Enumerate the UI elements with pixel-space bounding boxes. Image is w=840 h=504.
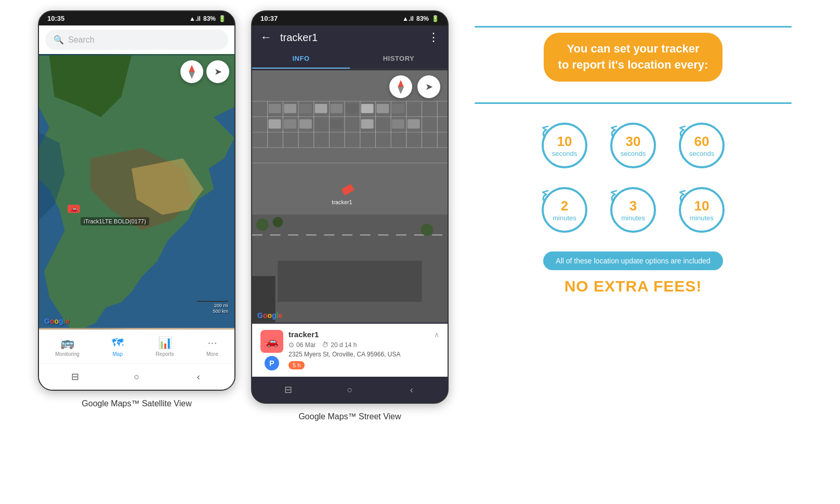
tracker-map[interactable]: tracker1 ➤ Google: [252, 69, 448, 324]
circle-wrap-3min: 3 minutes: [607, 184, 659, 236]
meta-date-text: 06 Mar: [296, 341, 316, 349]
tracker-label-map1: iTrack1LTE BOLD(0177): [81, 217, 149, 226]
circle-text-60sec: 60 seconds: [689, 133, 714, 157]
circle-unit-10sec: seconds: [552, 149, 577, 157]
svg-rect-21: [284, 104, 296, 113]
monitoring-icon: 🚌: [60, 336, 74, 350]
more-icon: ···: [207, 336, 217, 350]
circle-num-10min: 10: [690, 197, 714, 214]
circle-num-60sec: 60: [689, 133, 714, 149]
circle-2min: 2 minutes: [539, 184, 590, 236]
meta-duration: ⏱ 20 d 14 h: [322, 341, 357, 349]
info-divider: [475, 102, 792, 104]
parking-badge: P: [265, 356, 279, 370]
phone1-battery: 83%: [203, 15, 216, 22]
svg-rect-34: [392, 120, 404, 129]
tab-info[interactable]: INFO: [252, 49, 350, 69]
nav-monitoring[interactable]: 🚌 Monitoring: [51, 334, 84, 359]
phone2-caption: Google Maps™ Street View: [298, 412, 401, 421]
circle-10sec: 10 seconds: [539, 120, 590, 171]
circle-wrap-30sec: 30 seconds: [607, 120, 659, 171]
tab-bar: INFO HISTORY: [252, 49, 448, 69]
more-menu-button[interactable]: ⋮: [428, 31, 439, 44]
tracker-detail-info: tracker1 ∧ ⊙ 06 Mar ⏱ 20 d 14 h 2325 Mye…: [288, 330, 439, 369]
circle-unit-60sec: seconds: [689, 149, 714, 157]
phone2-battery: 83%: [416, 15, 429, 22]
info-banner: All of these location update options are…: [543, 251, 723, 270]
phone2-signal-icon: ▲.il: [402, 15, 414, 22]
svg-rect-20: [269, 104, 281, 113]
phone1-container: 10:35 ▲.il 83% 🔋 🔍 Search: [38, 10, 235, 408]
map-scale: 200 mi 500 km: [197, 301, 228, 315]
svg-point-40: [256, 219, 269, 231]
tracker-compass[interactable]: [389, 75, 412, 98]
phone1-signal-icon: ▲.il: [189, 15, 201, 22]
svg-rect-24: [330, 104, 343, 113]
circle-num-3min: 3: [621, 197, 645, 214]
nav-map[interactable]: 🗺 Map: [108, 334, 127, 359]
scale-text-mi: 200 mi: [214, 303, 228, 309]
phone2-time: 10:37: [260, 15, 278, 22]
android-back-btn[interactable]: ‹: [188, 369, 209, 384]
android2-back-btn[interactable]: ‹: [401, 382, 422, 397]
phone2-status-right: ▲.il 83% 🔋: [402, 15, 439, 22]
svg-rect-31: [299, 120, 312, 129]
phone1-frame: 10:35 ▲.il 83% 🔋 🔍 Search: [38, 10, 235, 391]
circle-num-30sec: 30: [621, 133, 646, 149]
phone1-time: 10:35: [47, 15, 64, 22]
android2-recent-btn[interactable]: ⊟: [278, 382, 298, 397]
circles-grid: 10 seconds 30 seconds: [539, 120, 728, 236]
svg-rect-28: [392, 104, 404, 113]
android-recent-btn[interactable]: ⊟: [64, 369, 85, 384]
parking-lot-svg: tracker1: [252, 69, 448, 324]
phone2-container: 10:37 ▲.il 83% 🔋 ← tracker1 ⋮ INFO HISTO…: [251, 10, 449, 421]
clock-icon: ⊙: [288, 341, 294, 349]
circle-unit-3min: minutes: [621, 214, 645, 222]
car-icon: 🚗: [68, 205, 80, 213]
meta-duration-text: 20 d 14 h: [331, 341, 357, 349]
phone2-frame: 10:37 ▲.il 83% 🔋 ← tracker1 ⋮ INFO HISTO…: [251, 10, 449, 404]
circle-unit-10min: minutes: [690, 214, 714, 222]
reports-icon: 📊: [158, 336, 172, 350]
phone2-status-bar: 10:37 ▲.il 83% 🔋: [252, 11, 448, 25]
svg-rect-23: [315, 104, 327, 113]
navigate-button[interactable]: ➤: [206, 60, 229, 83]
android-nav-1: ⊟ ○ ‹: [39, 363, 234, 390]
tracker-info-name: tracker1: [288, 330, 319, 339]
circle-unit-30sec: seconds: [621, 149, 646, 157]
circle-wrap-2min: 2 minutes: [539, 184, 590, 236]
compass-button[interactable]: [180, 60, 203, 83]
back-button[interactable]: ←: [260, 31, 272, 44]
landmass-svg: [39, 54, 234, 329]
satellite-map[interactable]: ➤ iTrack1LTE BOLD(0177) 🚗 Google 200: [39, 54, 234, 329]
phone2-battery-icon: 🔋: [431, 15, 439, 22]
android-home-btn[interactable]: ○: [126, 369, 147, 384]
tab-history[interactable]: HISTORY: [350, 49, 448, 69]
svg-rect-35: [408, 120, 420, 129]
circle-text-3min: 3 minutes: [621, 197, 645, 222]
tracker-navigate-button[interactable]: ➤: [417, 75, 440, 98]
no-fees-label: NO EXTRA FEES!: [565, 277, 702, 295]
map-icon: 🗺: [112, 336, 123, 350]
tracker-address: 2325 Myers St, Oroville, CA 95966, USA: [288, 351, 439, 358]
search-input-wrap[interactable]: 🔍 Search: [45, 30, 228, 50]
android2-home-btn[interactable]: ○: [339, 382, 360, 397]
more-label: More: [206, 351, 218, 357]
tracker-pin-map1: 🚗: [68, 205, 78, 215]
circle-text-2min: 2 minutes: [553, 197, 576, 222]
circle-text-10sec: 10 seconds: [552, 133, 577, 157]
circle-wrap-10sec: 10 seconds: [539, 120, 590, 171]
phone1-caption: Google Maps™ Satellite View: [82, 399, 191, 408]
svg-rect-25: [346, 104, 358, 113]
svg-rect-26: [361, 104, 374, 113]
phone1-status-bar: 10:35 ▲.il 83% 🔋: [39, 11, 234, 25]
tracker-meta: ⊙ 06 Mar ⏱ 20 d 14 h: [288, 341, 439, 349]
svg-rect-27: [376, 104, 389, 113]
phone1-content: 🔍 Search: [39, 25, 234, 390]
svg-point-42: [421, 223, 434, 236]
scroll-up-icon: ∧: [434, 330, 439, 339]
map-background: [39, 54, 234, 329]
nav-more[interactable]: ··· More: [202, 334, 222, 359]
nav-reports[interactable]: 📊 Reports: [152, 334, 178, 359]
circle-num-10sec: 10: [552, 133, 577, 149]
